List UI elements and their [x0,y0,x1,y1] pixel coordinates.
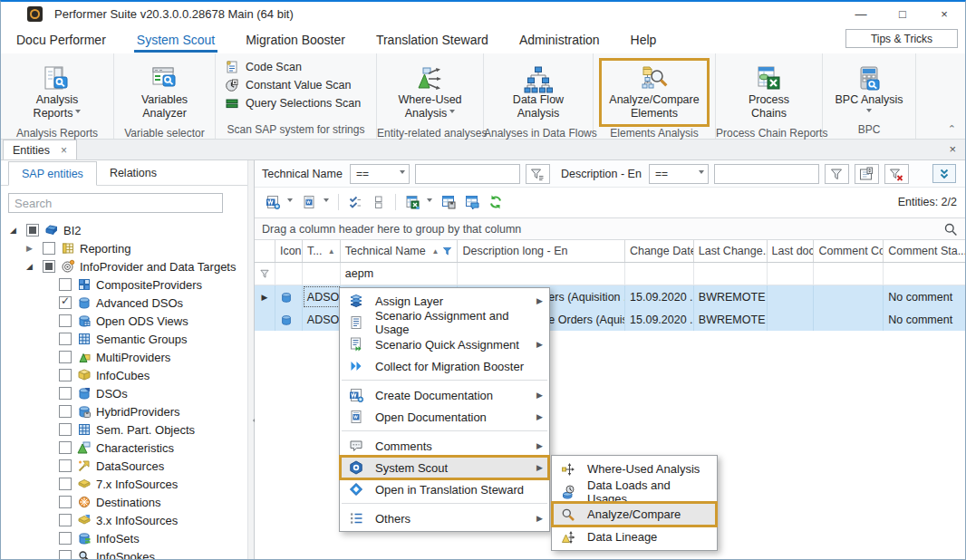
cell-type[interactable]: ADSO [303,285,341,308]
cell-change-date[interactable]: 15.09.2020 ... [625,285,694,308]
context-menu-item[interactable]: Scenario Quick Assignment ▶ [341,333,548,355]
ribbon-tab[interactable]: Translation Steward [361,27,504,52]
column-header-description[interactable]: Description long - En [458,240,625,262]
tree-checkbox[interactable] [59,333,72,345]
clear-filter-button[interactable] [884,164,909,184]
description-operator-select[interactable]: == [649,164,709,184]
tree-item[interactable]: InfoSpokes [1,547,254,559]
cell-comment-count[interactable] [814,285,884,308]
tree-checkbox[interactable] [43,260,55,273]
column-header-comment-count[interactable]: Comment Co... [814,240,884,262]
process-chains-button[interactable]: Process Chains [739,58,799,127]
context-menu-item[interactable]: System Scout ▶ [341,457,548,478]
tree-checkbox[interactable] [59,514,72,526]
toolbar-button[interactable] [438,192,459,212]
filter-cell[interactable] [814,263,884,285]
tree-checkbox[interactable] [59,532,72,545]
cell-type[interactable]: ADSO [303,308,341,331]
context-menu-item[interactable]: ▶ [342,500,547,504]
close-button[interactable]: × [923,2,965,25]
context-menu-item[interactable]: Comments ▶ [341,435,548,457]
tips-and-tricks-button[interactable]: Tips & Tricks [845,29,958,48]
technical-name-operator-select[interactable]: == [350,164,410,184]
toolbar-button[interactable] [391,194,400,210]
tree-item[interactable]: InfoCubes [1,366,254,384]
tree-checkbox[interactable] [59,351,72,363]
ribbon-tab[interactable]: System Scout [121,27,230,52]
group-by-bar[interactable]: Drag a column header here to group by th… [255,217,965,240]
toolbar-button[interactable] [485,192,507,212]
tree-item[interactable]: DSOs [1,384,254,402]
active-filter-funnel-icon[interactable] [442,246,452,256]
filter-cell[interactable] [768,263,815,285]
tree-item[interactable]: 7.x InfoSources [1,475,254,493]
context-menu-item[interactable]: Scenario Assignment and Usage ▶ [341,312,548,333]
tree-item[interactable]: Characteristics [1,439,254,457]
tree-item[interactable]: DataSources [1,457,254,475]
ribbon-tab[interactable]: Migration Booster [230,27,361,52]
analyze-compare-elements-button[interactable]: Analyze/Compare Elements [599,58,709,127]
tree-checkbox[interactable] [43,242,55,255]
tree-item[interactable]: Destinations [1,493,254,511]
column-header-change-date[interactable]: Change Date [625,240,694,262]
toolbar-button[interactable] [461,192,483,212]
ribbon-tab[interactable]: Help [615,27,672,52]
toolbar-button[interactable] [334,194,343,210]
filter-cell-technical-name[interactable]: aepm [341,263,459,285]
tree-expander-icon[interactable] [26,262,43,271]
description-filter-input[interactable] [714,164,819,184]
data-flow-analysis-button[interactable]: Data Flow Analysis [503,58,574,127]
tree-item[interactable]: Sem. Part. Objects [1,420,254,439]
tree-checkbox[interactable] [59,405,72,418]
tree-checkbox[interactable] [59,478,72,490]
column-header-last-doc[interactable]: Last doc. [768,240,815,262]
tree-item[interactable]: Reporting [1,239,254,257]
tree-checkbox[interactable] [59,296,72,309]
context-menu-item[interactable]: ▶ [342,428,547,431]
tree-item[interactable]: CompositeProviders [1,275,254,294]
cell-comment-state[interactable]: No comment [884,285,965,308]
filter-form-button[interactable] [855,164,879,184]
cell-change-date[interactable]: 15.09.2020 ... [625,308,694,331]
tree-checkbox[interactable] [59,278,72,291]
panel-close-icon[interactable]: × [949,142,956,156]
tree-expander-icon[interactable] [10,226,26,235]
context-menu-item[interactable]: Create Documentation ▶ [341,384,548,406]
where-used-analysis-button[interactable]: Where-Used Analysis [388,58,471,127]
context-menu-item[interactable]: Collect for Migration Booster ▶ [341,355,548,377]
toolbar-button[interactable] [368,192,390,212]
tree-item[interactable]: BI2 [1,221,254,239]
toolbar-button[interactable] [401,192,436,212]
tree-item[interactable]: InfoProvider and Data Targets [1,257,254,275]
tree-item[interactable]: Advanced DSOs [1,294,254,312]
constant-value-scan-button[interactable]: Constant Value Scan [225,78,376,92]
tree-item[interactable]: Semantic Groups [1,330,254,348]
submenu-item[interactable]: Data Lineage ▶ [553,526,716,548]
cell-last-changed-by[interactable]: BWREMOTE [694,285,768,308]
tree-checkbox[interactable] [26,224,39,237]
cell-comment-count[interactable] [814,308,884,331]
tree-checkbox[interactable] [59,423,72,436]
bpc-analysis-button[interactable]: BPC Analysis [825,58,913,121]
column-header-technical-name[interactable]: Technical Name▲ [341,240,459,262]
cell-last-doc[interactable] [768,285,815,308]
toolbar-button[interactable] [344,192,366,212]
column-header-comment-state[interactable]: Comment Sta... [884,240,965,262]
sidebar-tab[interactable]: Relations [97,160,169,185]
cell-last-doc[interactable] [768,308,815,331]
filter-cell[interactable] [884,263,965,285]
ribbon-tab[interactable]: Administration [504,27,615,52]
description-filter-button[interactable] [825,164,849,184]
tree-checkbox[interactable] [59,496,72,508]
ribbon-tab[interactable]: Docu Performer [1,27,121,52]
toolbar-button[interactable] [298,192,333,212]
filter-cell[interactable] [275,263,303,285]
tree-checkbox[interactable] [59,387,72,400]
submenu-item[interactable]: Where-Used Analysis ▶ [553,458,716,480]
filter-cell[interactable] [458,263,625,285]
tab-close-icon[interactable]: × [61,144,67,157]
column-header-last-changed[interactable]: Last Change... [694,240,768,262]
technical-name-filter-button[interactable] [526,164,550,184]
context-menu-item[interactable]: Open in Translation Steward ▶ [341,478,548,500]
tree-checkbox[interactable] [59,314,72,327]
